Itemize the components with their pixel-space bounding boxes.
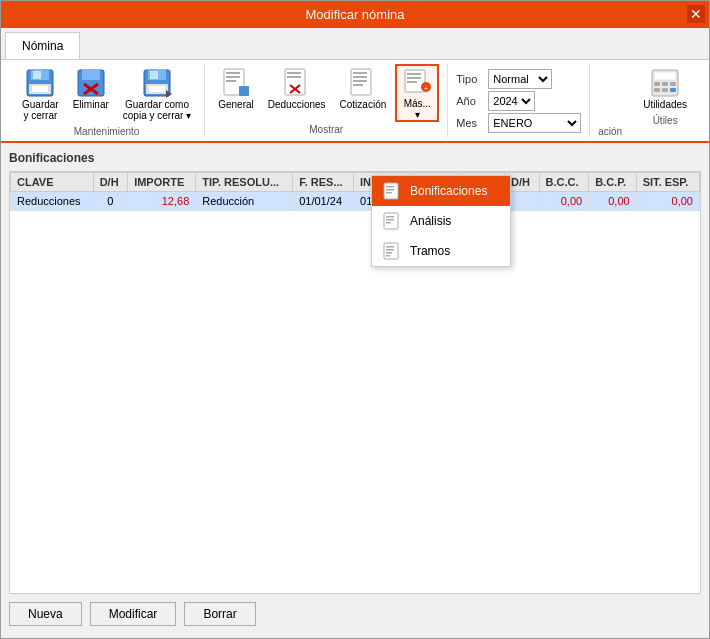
mes-label: Mes: [456, 117, 484, 129]
svg-rect-49: [386, 216, 394, 218]
svg-rect-16: [226, 72, 240, 74]
window-title: Modificar nómina: [306, 7, 405, 22]
mas-button[interactable]: + Más... ▾: [395, 64, 439, 122]
guardar-copia-button[interactable]: Guardar comocopia y cerrar ▾: [118, 64, 196, 124]
footer-buttons: Nueva Modificar Borrar: [9, 594, 701, 630]
eliminar-label: Eliminar: [73, 99, 109, 110]
guardar-button[interactable]: Guardary cerrar: [17, 64, 64, 124]
ribbon-fields: Tipo Normal Extra Especial Año 2024 2023…: [448, 64, 590, 137]
svg-rect-33: [407, 81, 417, 83]
mostrar-buttons: General Deducciones: [213, 64, 439, 122]
menu-analisis[interactable]: Análisis: [372, 206, 510, 236]
svg-rect-40: [670, 82, 676, 86]
deducciones-label: Deducciones: [268, 99, 326, 110]
table-container: CLAVE D/H IMPORTE TIP. RESOLU... F. RES.…: [9, 171, 701, 594]
mantenimiento-group-label: Mantenimiento: [74, 126, 140, 137]
table-row[interactable]: Reducciones 0 12,68 Reducción 01/01/24 0…: [11, 192, 700, 211]
borrar-button[interactable]: Borrar: [184, 602, 255, 626]
general-button[interactable]: General: [213, 64, 259, 113]
analisis-icon: [382, 211, 402, 231]
cotizacion-button[interactable]: Cotización: [335, 64, 392, 113]
section-title: Bonificaciones: [9, 151, 701, 165]
svg-rect-43: [670, 88, 676, 92]
mas-label: Más...: [404, 98, 431, 109]
mes-select[interactable]: ENEROFEBREROMARZO ABRILMAYOJUNIO JULIOAG…: [488, 113, 581, 133]
col-bcc: B.C.C.: [539, 173, 589, 192]
modificar-button[interactable]: Modificar: [90, 602, 177, 626]
mantenimiento-buttons: Guardary cerrar Eliminar: [17, 64, 196, 124]
main-window: Modificar nómina ✕ Nómina: [0, 0, 710, 639]
col-importe: IMPORTE: [128, 173, 196, 192]
ribbon-group-mostrar: General Deducciones: [205, 64, 448, 137]
ribbon-group-utilidades: Utilidades Útiles: [630, 64, 700, 137]
svg-rect-48: [384, 213, 398, 229]
ribbon-tabs: Nómina: [1, 28, 709, 60]
cotizacion-icon: [347, 67, 379, 99]
tramos-icon: [382, 241, 402, 261]
cell-f-res: 01/01/24: [293, 192, 354, 211]
cell-clave: Reducciones: [11, 192, 94, 211]
svg-rect-45: [386, 186, 394, 188]
cell-sit-esp: 0,00: [636, 192, 699, 211]
cell-bcc: 0,00: [539, 192, 589, 211]
tramos-menu-label: Tramos: [410, 244, 450, 258]
svg-rect-42: [662, 88, 668, 92]
mes-field: Mes ENEROFEBREROMARZO ABRILMAYOJUNIO JUL…: [456, 113, 581, 133]
svg-rect-13: [149, 86, 165, 92]
utilidades-button[interactable]: Utilidades: [638, 64, 692, 113]
eliminar-button[interactable]: Eliminar: [68, 64, 114, 113]
svg-rect-21: [287, 72, 301, 74]
cell-bcp: 0,00: [589, 192, 636, 211]
svg-rect-18: [226, 80, 236, 82]
general-icon: [220, 67, 252, 99]
svg-rect-51: [386, 222, 391, 224]
svg-rect-27: [353, 76, 367, 78]
anio-label: Año: [456, 95, 484, 107]
tipo-select[interactable]: Normal Extra Especial: [488, 69, 552, 89]
menu-tramos[interactable]: Tramos: [372, 236, 510, 266]
title-bar: Modificar nómina ✕: [1, 1, 709, 28]
col-dh: D/H: [93, 173, 127, 192]
svg-rect-29: [353, 84, 363, 86]
svg-rect-17: [226, 76, 240, 78]
guardar-copia-label: Guardar comocopia y cerrar ▾: [123, 99, 191, 121]
save-icon: [24, 67, 56, 99]
svg-rect-55: [386, 252, 392, 254]
content-area: Bonificaciones CLAVE D/H IMPORTE TIP. RE…: [1, 143, 709, 638]
guardar-label: Guardary cerrar: [22, 99, 59, 121]
svg-rect-50: [386, 219, 394, 221]
tipo-field: Tipo Normal Extra Especial: [456, 69, 581, 89]
anio-select[interactable]: 2024 2023 2025: [488, 91, 535, 111]
svg-rect-28: [353, 80, 367, 82]
col-f-res: F. RES...: [293, 173, 354, 192]
menu-bonificaciones[interactable]: Bonificaciones: [372, 176, 510, 206]
svg-rect-2: [33, 71, 41, 79]
svg-rect-19: [239, 86, 249, 96]
utilidades-label: Utilidades: [643, 99, 687, 110]
cell-importe: 12,68: [128, 192, 196, 211]
svg-rect-56: [386, 255, 390, 257]
svg-rect-32: [407, 77, 421, 79]
anio-field: Año 2024 2023 2025: [456, 91, 581, 111]
col-tip-resolu: TIP. RESOLU...: [196, 173, 293, 192]
mas-arrow: ▾: [415, 109, 420, 120]
mas-icon: +: [401, 66, 433, 98]
ribbon-group-cotizacion-label: ación: [590, 64, 630, 137]
col-sit-esp: SIT. ESP.: [636, 173, 699, 192]
close-button[interactable]: ✕: [687, 5, 705, 23]
col-bcp: B.C.P.: [589, 173, 636, 192]
tab-nomina[interactable]: Nómina: [5, 32, 80, 59]
svg-rect-22: [287, 76, 301, 78]
deducciones-button[interactable]: Deducciones: [263, 64, 331, 113]
svg-rect-41: [654, 88, 660, 92]
svg-text:+: +: [424, 84, 429, 93]
ribbon: Guardary cerrar Eliminar: [1, 60, 709, 143]
svg-rect-11: [150, 71, 158, 79]
bonificaciones-table: CLAVE D/H IMPORTE TIP. RESOLU... F. RES.…: [10, 172, 700, 211]
calculator-icon: [649, 67, 681, 99]
svg-rect-26: [353, 72, 367, 74]
svg-rect-31: [407, 73, 421, 75]
bonificaciones-icon: [382, 181, 402, 201]
nueva-button[interactable]: Nueva: [9, 602, 82, 626]
svg-rect-6: [82, 70, 100, 80]
